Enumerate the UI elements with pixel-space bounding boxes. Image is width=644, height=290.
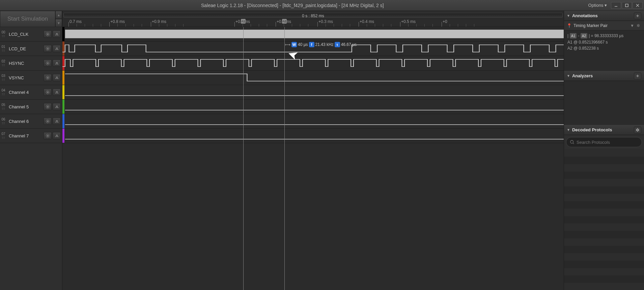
decoded-settings-button[interactable]: ✲ <box>634 127 641 133</box>
annotations-header[interactable]: ▼ Annotations ＋ <box>564 11 644 21</box>
channel-settings-button[interactable] <box>44 117 52 125</box>
waveform-row[interactable] <box>62 27 564 42</box>
measure-freq: 21.43 kHz <box>315 42 334 47</box>
waveform-row[interactable] <box>62 100 564 114</box>
svg-point-8 <box>47 91 48 93</box>
channel-name[interactable]: HSYNC <box>7 61 44 66</box>
channel-trigger-button[interactable] <box>53 45 61 52</box>
minimize-button[interactable] <box>611 2 621 9</box>
channel-name[interactable]: Channel 4 <box>7 90 44 95</box>
marker-badge-a2: A2 <box>581 33 587 38</box>
channel-number: 03⣿⣿ <box>0 74 7 81</box>
side-panel: ▼ Annotations ＋ 📍 Timing Marker Pair ▼ ✲… <box>564 11 644 290</box>
timeline-tick-label: +0 <box>443 19 447 24</box>
collapse-icon: ▼ <box>567 128 570 132</box>
svg-point-9 <box>47 106 48 107</box>
svg-point-4 <box>47 33 48 35</box>
channel-settings-button[interactable] <box>44 103 52 110</box>
pin-icon: 📍 <box>567 23 571 28</box>
waveform-row[interactable] <box>62 56 564 71</box>
timeline-tick-label: 0.7 ms <box>69 19 82 24</box>
marker-badge-a1: A1 <box>570 33 577 38</box>
decoded-protocols-header[interactable]: ▼ Decoded Protocols ✲ <box>564 125 644 135</box>
channel-settings-button[interactable] <box>44 132 52 139</box>
timeline-tick-label: +0.8 ms <box>110 19 125 24</box>
timeline-tick-label: +0.4 ms <box>360 19 374 24</box>
sim-up-button[interactable]: ▲ <box>55 11 62 19</box>
add-annotation-button[interactable]: ＋ <box>634 12 641 19</box>
measure-width: 40 µs <box>298 42 308 47</box>
channel-trigger-button[interactable] <box>53 88 61 96</box>
marker-a1-line[interactable] <box>243 27 244 290</box>
svg-point-10 <box>47 121 48 122</box>
channel-row: 04⣿⣿ Channel 4 <box>0 85 62 100</box>
timeline-tick-label: +0.5 ms <box>401 19 416 24</box>
channel-trigger-button[interactable] <box>53 74 61 81</box>
measure-period: 46.67 µs <box>341 42 357 47</box>
channel-name[interactable]: Channel 7 <box>7 133 44 138</box>
svg-line-14 <box>573 143 574 144</box>
channel-name[interactable]: LCD_DE <box>7 46 44 51</box>
marker-a2-tab[interactable]: A2 <box>282 19 287 24</box>
svg-point-6 <box>47 62 48 64</box>
app-title: Saleae Logic 1.2.18 - [Disconnected] - [… <box>0 3 585 8</box>
maximize-button[interactable] <box>622 2 632 9</box>
options-menu[interactable]: Options ▾ <box>585 3 610 8</box>
timeline-tick-label: +0.9 ms <box>152 19 166 24</box>
channel-trigger-button[interactable] <box>53 30 61 38</box>
channel-row: 05⣿⣿ Channel 5 <box>0 100 62 114</box>
measurement-overlay: ⟼ W40 µs f21.43 kHz τ46.67 µs <box>285 42 357 47</box>
waveform-row[interactable] <box>62 129 564 143</box>
marker-a1-tab[interactable]: A1 <box>241 19 246 24</box>
start-simulation-button[interactable]: Start Simulation <box>0 11 55 27</box>
channel-row: 06⣿⣿ Channel 6 <box>0 114 62 129</box>
analyzers-header[interactable]: ▼ Analyzers ＋ <box>564 71 644 81</box>
freq-badge: f <box>309 42 314 47</box>
channel-trigger-button[interactable] <box>53 103 61 110</box>
waveform-row[interactable] <box>62 114 564 129</box>
protocol-search[interactable] <box>566 137 642 147</box>
svg-point-7 <box>47 77 48 78</box>
channel-sidebar: Start Simulation ▲ ▼ 00⣿⣿ LCD_CLK 01⣿⣿ L… <box>0 11 62 290</box>
channel-settings-button[interactable] <box>44 74 52 81</box>
channel-number: 02⣿⣿ <box>0 59 7 67</box>
svg-point-11 <box>47 135 48 136</box>
channel-name[interactable]: LCD_CLK <box>7 32 44 37</box>
marker-a2-line[interactable] <box>284 27 285 290</box>
channel-number: 07⣿⣿ <box>0 132 7 139</box>
pair-menu-icon[interactable]: ▼ <box>629 23 635 28</box>
timeline-cursor-time: 0 s : 852 ms <box>302 14 324 18</box>
channel-name[interactable]: VSYNC <box>7 75 44 80</box>
width-badge: W <box>291 42 297 47</box>
channel-settings-button[interactable] <box>44 30 52 38</box>
collapse-icon: ▼ <box>567 14 570 18</box>
close-window-button[interactable] <box>633 2 643 9</box>
marker-diff-value: | = 98.33333333 µs <box>589 33 623 38</box>
collapse-icon: ▼ <box>567 74 570 78</box>
period-badge: τ <box>335 42 340 47</box>
channel-number: 00⣿⣿ <box>0 30 7 38</box>
marker-a2-time: A2 @ 0.852238 s <box>567 45 641 51</box>
protocol-search-input[interactable] <box>577 140 638 145</box>
channel-trigger-button[interactable] <box>53 132 61 139</box>
timing-marker-pair-header[interactable]: 📍 Timing Marker Pair ▼ ✲ <box>564 21 644 30</box>
channel-name[interactable]: Channel 5 <box>7 104 44 109</box>
sim-down-button[interactable]: ▼ <box>55 19 62 27</box>
waveform-row[interactable] <box>62 85 564 100</box>
channel-number: 01⣿⣿ <box>0 45 7 52</box>
channel-settings-button[interactable] <box>44 45 52 52</box>
channel-trigger-button[interactable] <box>53 117 61 125</box>
channel-trigger-button[interactable] <box>53 59 61 67</box>
channel-settings-button[interactable] <box>44 88 52 96</box>
svg-rect-1 <box>625 4 628 7</box>
channel-row: 00⣿⣿ LCD_CLK <box>0 27 62 42</box>
pair-settings-icon[interactable]: ✲ <box>635 23 641 28</box>
channel-row: 03⣿⣿ VSYNC <box>0 71 62 85</box>
add-analyzer-button[interactable]: ＋ <box>634 73 641 79</box>
waveform-row[interactable] <box>62 71 564 85</box>
channel-name[interactable]: Channel 6 <box>7 119 44 124</box>
channel-settings-button[interactable] <box>44 59 52 67</box>
waveform-area[interactable]: 0 s : 852 ms 0.7 ms+0.8 ms+0.9 ms+0.1 ms… <box>62 11 564 290</box>
timeline-ruler[interactable]: 0 s : 852 ms 0.7 ms+0.8 ms+0.9 ms+0.1 ms… <box>62 11 564 27</box>
svg-point-5 <box>47 48 48 49</box>
